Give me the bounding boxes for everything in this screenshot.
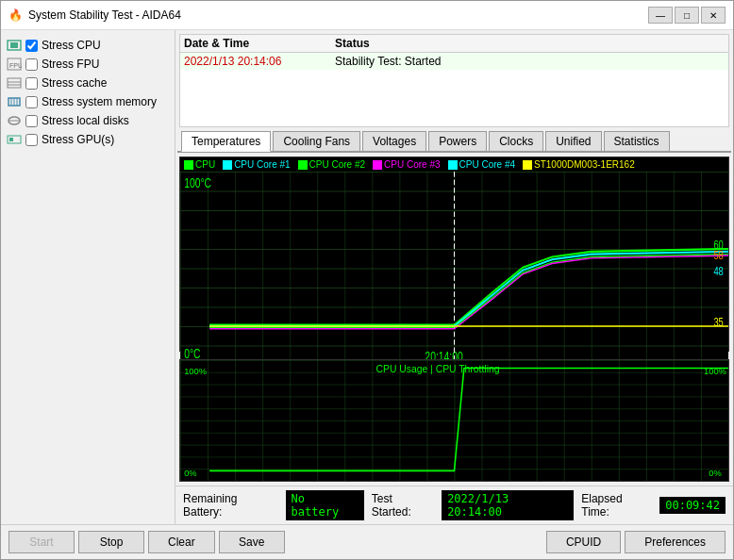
log-table: Date & Time Status 2022/1/13 20:14:06 St…: [179, 34, 729, 127]
stress-gpu-label: Stress GPU(s): [42, 133, 114, 146]
svg-rect-38: [180, 360, 728, 481]
svg-text:FPU: FPU: [9, 62, 22, 69]
window-controls: — □ ✕: [648, 7, 726, 24]
close-button[interactable]: ✕: [701, 7, 726, 24]
legend-disk-label: ST1000DM003-1ER162: [534, 159, 635, 170]
tab-voltages[interactable]: Voltages: [362, 131, 426, 151]
log-empty-area: [180, 70, 728, 126]
bottom-bar: Start Stop Clear Save CPUID Preferences: [1, 524, 733, 559]
svg-rect-16: [223, 160, 232, 170]
stress-local-label: Stress local disks: [42, 114, 129, 127]
save-button[interactable]: Save: [219, 531, 285, 553]
temperature-chart: CPU CPU Core #1 CPU Core #2 CPU Cor: [179, 156, 729, 352]
svg-rect-19: [448, 160, 458, 170]
tab-cooling-fans[interactable]: Cooling Fans: [273, 131, 360, 151]
legend-core2-label: CPU Core #2: [309, 159, 365, 170]
stress-fpu-label: Stress FPU: [42, 58, 99, 71]
legend-core1: CPU Core #1: [223, 159, 290, 170]
status-bar: Remaining Battery: No battery Test Start…: [175, 486, 733, 524]
svg-text:0%: 0%: [184, 468, 197, 478]
stress-cpu-item: Stress CPU: [7, 38, 169, 53]
stress-cache-checkbox[interactable]: [25, 77, 38, 90]
legend-disk: ST1000DM003-1ER162: [523, 159, 635, 170]
stress-options-panel: Stress CPU FPU Stress FPU Stress cache: [1, 30, 175, 524]
clear-button[interactable]: Clear: [148, 531, 215, 553]
fpu-icon: FPU: [7, 57, 22, 72]
svg-text:100°C: 100°C: [184, 175, 211, 190]
legend-core1-label: CPU Core #1: [234, 159, 290, 170]
svg-text:100%: 100%: [704, 366, 726, 376]
svg-text:35: 35: [713, 316, 723, 329]
stress-cache-item: Stress cache: [7, 75, 169, 91]
start-button[interactable]: Start: [8, 531, 75, 553]
stress-gpu-checkbox[interactable]: [25, 134, 38, 146]
preferences-button[interactable]: Preferences: [625, 531, 726, 553]
elapsed-time-label: Elapsed Time:: [581, 492, 652, 519]
svg-text:0%: 0%: [709, 468, 722, 478]
temp-chart-svg: 100°C 0°C 20:14:00: [180, 172, 728, 365]
main-window: 🔥 System Stability Test - AIDA64 — □ ✕ S…: [0, 0, 734, 560]
app-icon: 🔥: [8, 8, 23, 22]
svg-rect-14: [9, 138, 13, 141]
maximize-button[interactable]: □: [675, 7, 699, 24]
elapsed-time-value: 00:09:42: [659, 497, 726, 514]
minimize-button[interactable]: —: [648, 7, 673, 24]
tab-statistics[interactable]: Statistics: [604, 131, 670, 151]
stress-fpu-item: FPU Stress FPU: [7, 57, 169, 72]
svg-rect-20: [523, 160, 532, 170]
legend-core4-label: CPU Core #4: [459, 159, 515, 170]
log-cell-date: 2022/1/13 20:14:06: [184, 55, 335, 68]
log-col-date: Date & Time: [184, 37, 335, 50]
gpu-icon: [7, 132, 22, 147]
stress-local-item: Stress local disks: [7, 113, 169, 128]
cache-icon: [7, 75, 22, 91]
log-col-status: Status: [335, 37, 725, 50]
svg-text:48: 48: [713, 265, 723, 278]
legend-core4: CPU Core #4: [448, 159, 515, 170]
log-header: Date & Time Status: [180, 35, 728, 53]
tab-unified[interactable]: Unified: [545, 131, 601, 151]
tabs-bar: Temperatures Cooling Fans Voltages Power…: [177, 131, 731, 153]
legend-cpu-label: CPU: [195, 159, 215, 170]
cpu-chart-svg: CPU Usage | CPU Throttling 100% 0% 100% …: [180, 360, 728, 481]
svg-rect-18: [373, 160, 382, 170]
temp-legend: CPU CPU Core #1 CPU Core #2 CPU Cor: [180, 157, 728, 172]
cpu-usage-chart: CPU Usage | CPU Throttling 100% 0% 100% …: [179, 359, 729, 482]
stop-button[interactable]: Stop: [78, 531, 144, 553]
window-title: System Stability Test - AIDA64: [28, 8, 642, 22]
stress-memory-checkbox[interactable]: [25, 96, 38, 108]
stress-memory-label: Stress system memory: [42, 95, 157, 108]
stress-fpu-checkbox[interactable]: [25, 58, 38, 71]
right-panel: Date & Time Status 2022/1/13 20:14:06 St…: [175, 30, 733, 524]
stress-cache-label: Stress cache: [42, 76, 107, 90]
svg-rect-1: [10, 42, 18, 48]
legend-core3-label: CPU Core #3: [384, 159, 440, 170]
svg-rect-15: [184, 160, 193, 170]
tab-temperatures[interactable]: Temperatures: [181, 131, 271, 152]
memory-icon: [7, 94, 22, 109]
battery-label: Remaining Battery:: [183, 492, 278, 519]
tab-clocks[interactable]: Clocks: [489, 131, 543, 151]
svg-text:58: 58: [713, 249, 723, 262]
tab-powers[interactable]: Powers: [428, 131, 487, 151]
log-cell-status: Stability Test: Started: [335, 55, 725, 68]
cpu-icon: [7, 38, 22, 53]
local-disk-icon: [7, 113, 22, 128]
stress-cpu-checkbox[interactable]: [25, 40, 38, 52]
legend-core2: CPU Core #2: [298, 159, 365, 170]
cpuid-button[interactable]: CPUID: [546, 531, 621, 553]
test-started-label: Test Started:: [372, 492, 434, 519]
legend-core3: CPU Core #3: [373, 159, 440, 170]
battery-value: No battery: [286, 490, 364, 520]
svg-rect-4: [8, 78, 21, 88]
stress-gpu-item: Stress GPU(s): [7, 132, 169, 147]
svg-text:100%: 100%: [184, 366, 207, 376]
log-row: 2022/1/13 20:14:06 Stability Test: Start…: [180, 53, 728, 70]
stress-cpu-label: Stress CPU: [42, 39, 101, 52]
stress-local-checkbox[interactable]: [25, 115, 38, 127]
charts-area: CPU CPU Core #1 CPU Core #2 CPU Cor: [175, 153, 733, 486]
test-started-value: 2022/1/13 20:14:00: [442, 490, 574, 520]
titlebar: 🔥 System Stability Test - AIDA64 — □ ✕: [1, 1, 733, 30]
main-area: Stress CPU FPU Stress FPU Stress cache: [1, 30, 733, 524]
legend-cpu: CPU: [184, 159, 215, 170]
